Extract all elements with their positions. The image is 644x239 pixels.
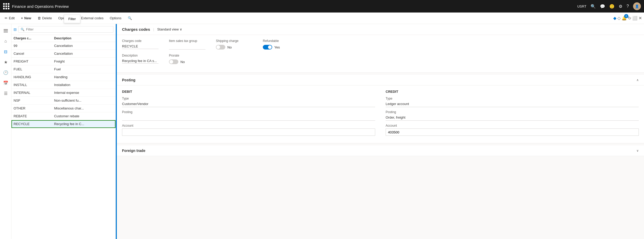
notification-area[interactable]: 🔔 0	[622, 16, 627, 21]
prorate-toggle[interactable]	[169, 59, 178, 64]
refundable-toggle-wrap: Yes	[263, 45, 299, 50]
table-row[interactable]: FUEL Fuel	[11, 65, 116, 73]
delete-button[interactable]: 🗑 Delete	[35, 15, 55, 22]
item-tax-value[interactable]	[169, 44, 205, 50]
debit-account-input[interactable]	[122, 128, 375, 136]
external-codes-button[interactable]: External codes	[78, 15, 106, 22]
row-description: Recycling fee in C...	[52, 120, 116, 128]
nav-filter-icon[interactable]: ⊟	[1, 47, 10, 56]
chat-icon[interactable]: 💬	[600, 4, 605, 9]
shipping-toggle-wrap: No	[216, 45, 252, 50]
description-field: Description Recycling fee in CA s...	[122, 54, 159, 64]
close-icon[interactable]: ✕	[639, 16, 642, 21]
prorate-field: Prorate No	[169, 54, 205, 64]
table-row[interactable]: INSTALL Installation	[11, 81, 116, 89]
diamond2-icon[interactable]: ◇	[617, 16, 621, 21]
top-bar: Finance and Operations Preview USRT 🔍 💬 …	[0, 0, 644, 13]
command-bar: ✏ Edit + New 🗑 Delete Operations Externa…	[0, 13, 644, 24]
posting-section-header[interactable]: Posting ∧	[117, 75, 644, 85]
credit-section: CREDIT Type Ledger account Posting Order…	[386, 90, 639, 139]
shipping-charge-toggle[interactable]	[216, 45, 225, 50]
foreign-trade-header[interactable]: Foreign trade ∨	[117, 145, 644, 156]
table-row[interactable]: OTHER Miscellanous char...	[11, 105, 116, 112]
panel-divider[interactable]	[116, 24, 117, 239]
table-row[interactable]: RECYCLE Recycling fee in C...	[11, 120, 116, 128]
foreign-trade-chevron-icon: ∨	[636, 149, 639, 152]
debit-posting-field: Posting	[122, 110, 375, 121]
table-row[interactable]: FREIGHT Freight	[11, 58, 116, 65]
search-icon[interactable]: 🔍	[591, 4, 596, 9]
credit-account-label: Account	[386, 124, 639, 127]
form-row-2: Description Recycling fee in CA s... Pro…	[122, 54, 639, 64]
nav-clock-icon[interactable]: 🕐	[1, 68, 10, 77]
row-code: Cancel	[11, 50, 52, 58]
credit-account-input[interactable]	[386, 128, 639, 136]
view-toggle-label: Standard view	[157, 27, 179, 31]
shipping-charge-label: Shipping charge	[216, 39, 252, 43]
help-icon[interactable]: ?	[627, 4, 629, 9]
credit-posting-value[interactable]: Order, freight	[386, 115, 639, 121]
delete-icon: 🗑	[38, 16, 41, 20]
edit-button[interactable]: ✏ Edit	[2, 15, 17, 22]
table-row[interactable]: NSF Non-sufficient fu...	[11, 97, 116, 105]
filter-list-icon[interactable]: ⊟	[14, 27, 17, 32]
search-bar-icon: 🔍	[128, 16, 132, 20]
credit-type-value[interactable]: Ledger account	[386, 101, 639, 107]
charges-code-label: Charges code	[122, 39, 159, 43]
avatar[interactable]: 👤	[633, 2, 641, 10]
charges-code-field: Charges code RECYCLE	[122, 39, 159, 50]
table-row[interactable]: Cancel Cancellation	[11, 50, 116, 58]
debit-account-label: Account	[122, 124, 375, 127]
prorate-label: Prorate	[169, 54, 205, 57]
debit-type-value[interactable]: Customer/Vendor	[122, 101, 375, 107]
table-row[interactable]: HANDLING Handling	[11, 73, 116, 81]
options-label: Options	[110, 16, 121, 20]
nav-calendar-icon[interactable]: 📅	[1, 78, 10, 88]
nav-home-icon[interactable]: ⌂	[1, 36, 10, 46]
app-title: Finance and Operations Preview	[12, 4, 577, 9]
table-row[interactable]: 99 Cancellation	[11, 42, 116, 50]
row-code: NSF	[11, 97, 52, 105]
nav-list-icon[interactable]: ☰	[1, 89, 10, 98]
credit-posting-label: Posting	[386, 110, 639, 114]
col-header-code: Charges c...	[11, 35, 52, 42]
row-description: Non-sufficient fu...	[52, 97, 116, 105]
diamond1-icon[interactable]: ◆	[613, 16, 616, 21]
settings-icon[interactable]: ⚙	[619, 4, 622, 9]
nav-star-icon[interactable]: ★	[1, 57, 10, 67]
search-bar-button[interactable]: 🔍	[125, 15, 135, 22]
debit-type-field: Type Customer/Vendor	[122, 97, 375, 107]
row-description: Internal expense	[52, 89, 116, 97]
row-code: REBATE	[11, 112, 52, 120]
waffle-menu[interactable]	[3, 3, 9, 9]
item-tax-group-field: Item sales tax group	[169, 39, 205, 50]
nav-menu-icon[interactable]	[1, 26, 10, 35]
detail-title: Charges codes	[122, 27, 150, 32]
shipping-charge-field: Shipping charge No	[216, 39, 252, 50]
new-button[interactable]: + New	[18, 15, 34, 22]
smiley-icon[interactable]: 🙂	[609, 4, 615, 9]
debit-posting-value[interactable]	[122, 115, 375, 121]
options-button[interactable]: Options	[107, 15, 124, 22]
posting-chevron-icon: ∧	[636, 78, 639, 82]
form-row-1: Charges code RECYCLE Item sales tax grou…	[122, 39, 639, 50]
debit-section: DEBIT Type Customer/Vendor Posting Accou…	[122, 90, 375, 139]
notification-badge: 0	[624, 14, 628, 18]
refundable-toggle[interactable]	[263, 45, 272, 50]
filter-search-icon: 🔍	[21, 28, 25, 31]
filter-bar: ⊟ 🔍	[11, 24, 116, 35]
table-row[interactable]: INTERNAL Internal expense	[11, 89, 116, 97]
row-code: INTERNAL	[11, 89, 52, 97]
filter-input[interactable]	[26, 27, 111, 31]
description-value[interactable]: Recycling fee in CA s...	[122, 58, 159, 64]
view-toggle[interactable]: Standard view ∨	[157, 27, 182, 31]
charges-code-value[interactable]: RECYCLE	[122, 44, 159, 49]
table-row[interactable]: REBATE Customer rebate	[11, 112, 116, 120]
left-nav: ⌂ ⊟ ★ 🕐 📅 ☰	[0, 24, 11, 239]
detail-panel: Charges codes | Standard view ∨ Charges …	[117, 24, 644, 239]
credit-type-label: Type	[386, 97, 639, 100]
foreign-trade-section: Foreign trade ∨	[117, 145, 644, 156]
expand-icon[interactable]: ⬜	[632, 16, 637, 21]
credit-title: CREDIT	[386, 90, 639, 94]
detail-form: Charges code RECYCLE Item sales tax grou…	[117, 35, 644, 73]
